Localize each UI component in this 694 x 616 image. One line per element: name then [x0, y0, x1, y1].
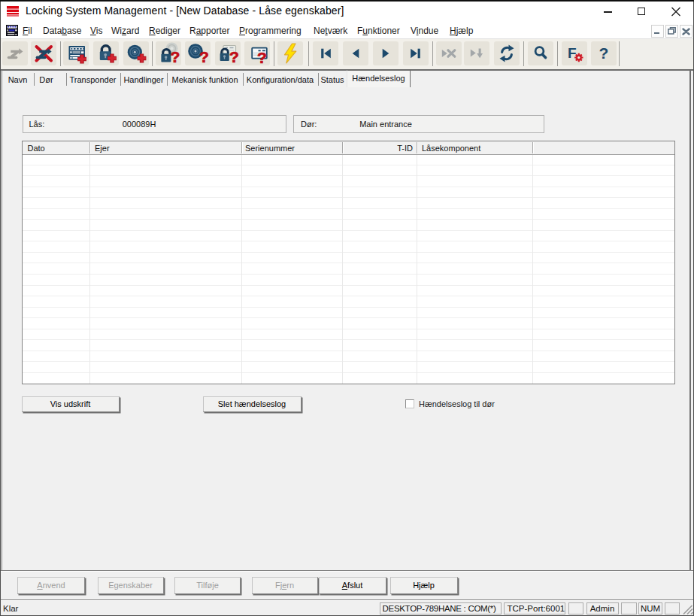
svg-text:?: ?: [257, 49, 267, 66]
svg-text:?: ?: [199, 48, 209, 65]
svg-text:?: ?: [171, 48, 180, 65]
svg-text:?: ?: [229, 48, 239, 65]
svg-text:?: ?: [599, 44, 609, 62]
